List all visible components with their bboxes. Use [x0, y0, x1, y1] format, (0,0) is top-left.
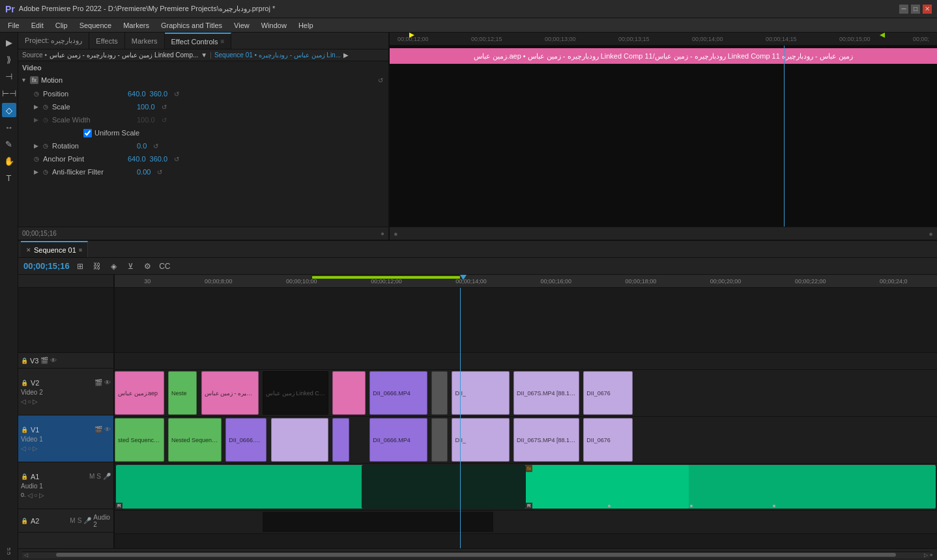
- a1-vol-fwd[interactable]: ▷: [39, 492, 44, 499]
- timeline-settings[interactable]: ⚙: [141, 260, 154, 273]
- a2-lock[interactable]: 🔒: [21, 518, 28, 524]
- v1-clip-5[interactable]: [332, 418, 349, 462]
- a1-waveform-2[interactable]: [526, 465, 936, 509]
- add-marker[interactable]: ◈: [108, 260, 121, 273]
- antiflicker-value[interactable]: 0.00: [137, 168, 151, 176]
- scroll-left-btn[interactable]: ◁: [22, 552, 30, 558]
- maximize-button[interactable]: □: [911, 5, 920, 14]
- v1-clip-2[interactable]: Nested Sequence 05: [168, 418, 222, 462]
- a1-s[interactable]: S: [96, 473, 101, 480]
- v2-clip-10[interactable]: DII_0676: [583, 371, 633, 415]
- rotation-reset[interactable]: ↺: [151, 141, 161, 151]
- v1-clip-9[interactable]: DII_067S.MP4 [88.19%]: [513, 418, 579, 462]
- pen-tool[interactable]: ✎: [2, 137, 16, 151]
- position-y[interactable]: 360.0: [150, 90, 168, 98]
- antiflicker-reset[interactable]: ↺: [154, 167, 165, 177]
- v1-lock[interactable]: 🔒: [21, 427, 28, 433]
- menu-clip[interactable]: Clip: [50, 20, 73, 31]
- linked-selection[interactable]: ⛓: [91, 260, 104, 273]
- v1-play-fwd[interactable]: ▷: [33, 445, 38, 452]
- track-select-tool[interactable]: ⟫: [2, 52, 16, 66]
- a1-m[interactable]: M: [89, 473, 94, 480]
- play-through[interactable]: ▶: [343, 51, 349, 59]
- menu-markers[interactable]: Markers: [118, 20, 154, 31]
- tab-effect-controls[interactable]: Effect Controls ≡: [165, 33, 232, 49]
- anchor-y[interactable]: 360.0: [150, 155, 168, 163]
- v2-play-back[interactable]: ◁: [21, 398, 26, 405]
- v2-clip-5[interactable]: [332, 371, 365, 415]
- a1-lock[interactable]: 🔒: [21, 473, 28, 480]
- snap-tool[interactable]: ⊞: [74, 260, 87, 273]
- rolling-edit-tool[interactable]: ⊢⊣: [2, 86, 16, 100]
- a1-vol-play[interactable]: ○: [34, 492, 38, 499]
- v2-clip-1[interactable]: زمين عباس.aep: [115, 371, 164, 415]
- v2-clip-9[interactable]: DII_067S.MP4 [88.19%]: [513, 371, 579, 415]
- tab-sequence01[interactable]: ✕ Sequence 01 ≡: [21, 241, 88, 257]
- v2-eye[interactable]: 👁: [104, 379, 111, 386]
- rotation-timer[interactable]: ◷: [43, 143, 52, 149]
- a2-m[interactable]: M: [70, 517, 75, 524]
- close-button[interactable]: ✕: [923, 5, 932, 14]
- a2-mic[interactable]: 🎤: [83, 517, 91, 524]
- a1-vol-back[interactable]: ◁: [27, 492, 33, 499]
- v2-clip-3[interactable]: رودبارچيره - زمين عباس Linked C: [201, 371, 259, 415]
- antiflicker-expand[interactable]: ▶: [34, 169, 43, 175]
- ripple-edit-tool[interactable]: ⊣: [2, 69, 16, 83]
- position-reset[interactable]: ↺: [171, 89, 182, 99]
- minimize-button[interactable]: ─: [899, 5, 908, 14]
- tab-effects[interactable]: Effects: [89, 33, 124, 49]
- window-controls[interactable]: ─ □ ✕: [899, 5, 932, 14]
- seq-menu-icon[interactable]: ≡: [79, 247, 82, 253]
- v2-clip-4[interactable]: زمين عباس Linked Comp 11/رودبارچيره: [263, 371, 328, 415]
- v1-clip-3[interactable]: DII_0666.MP4 [84.62%]: [225, 418, 267, 462]
- ripple-delete[interactable]: ⊻: [124, 260, 137, 273]
- tab-markers[interactable]: Markers: [125, 33, 165, 49]
- scroll-right-btn[interactable]: ▷: [922, 552, 930, 558]
- v2-clip-7[interactable]: [431, 371, 448, 415]
- scale-value[interactable]: 100.0: [137, 103, 155, 111]
- v3-video-icon[interactable]: 🎬: [40, 357, 48, 364]
- anchor-x[interactable]: 640.0: [128, 155, 146, 163]
- menu-graphics[interactable]: Graphics and Titles: [156, 20, 227, 31]
- scale-reset[interactable]: ↺: [159, 102, 169, 112]
- v2-clip-8[interactable]: DII_: [452, 371, 509, 415]
- v3-eye[interactable]: 👁: [50, 357, 57, 364]
- menu-view[interactable]: View: [229, 20, 255, 31]
- v1-clip-8[interactable]: DII_: [452, 418, 509, 462]
- menu-edit[interactable]: Edit: [26, 20, 49, 31]
- slip-tool[interactable]: ↔: [2, 120, 16, 134]
- v1-video-icon[interactable]: 🎬: [94, 426, 102, 433]
- v2-clip-6[interactable]: DII_0666.MP4: [369, 371, 427, 415]
- source-dropdown[interactable]: ▼: [201, 51, 207, 59]
- v1-clip-10[interactable]: DII_0676: [583, 418, 633, 462]
- a1-mic[interactable]: 🎤: [103, 473, 111, 480]
- rotation-expand[interactable]: ▶: [34, 143, 43, 149]
- v1-eye[interactable]: 👁: [104, 426, 111, 433]
- menu-help[interactable]: Help: [293, 20, 319, 31]
- menu-file[interactable]: File: [3, 20, 25, 31]
- effect-controls-close[interactable]: ≡: [220, 38, 224, 45]
- position-x[interactable]: 640.0: [128, 90, 146, 98]
- anchor-reset[interactable]: ↺: [171, 154, 182, 164]
- v1-clip-4[interactable]: [271, 418, 328, 462]
- tab-project[interactable]: Project: رودبارچيره: [18, 33, 89, 49]
- razor-tool[interactable]: ◇: [2, 103, 16, 117]
- motion-effect-row[interactable]: ▼ fx Motion ↺: [18, 73, 388, 87]
- v1-play-back[interactable]: ◁: [21, 445, 26, 452]
- position-timer-icon[interactable]: ◷: [34, 91, 43, 97]
- v1-clip-1[interactable]: sted Sequence 04: [115, 418, 164, 462]
- menu-window[interactable]: Window: [256, 20, 292, 31]
- anchor-timer[interactable]: ◷: [34, 156, 43, 162]
- v2-play[interactable]: ○: [27, 398, 31, 405]
- text-tool[interactable]: T: [2, 171, 16, 185]
- v2-video-icon[interactable]: 🎬: [94, 379, 102, 386]
- v3-lock[interactable]: 🔒: [21, 357, 28, 364]
- tl-scrollbar-h[interactable]: ◁ ▷: [22, 552, 930, 558]
- motion-reset[interactable]: ↺: [375, 75, 386, 85]
- captions-btn[interactable]: CC: [158, 260, 171, 273]
- selection-tool[interactable]: ▶: [2, 35, 16, 49]
- v2-clip-2[interactable]: Neste: [168, 371, 197, 415]
- v1-play[interactable]: ○: [27, 445, 31, 452]
- a2-s[interactable]: S: [78, 517, 82, 524]
- v2-lock[interactable]: 🔒: [21, 380, 28, 386]
